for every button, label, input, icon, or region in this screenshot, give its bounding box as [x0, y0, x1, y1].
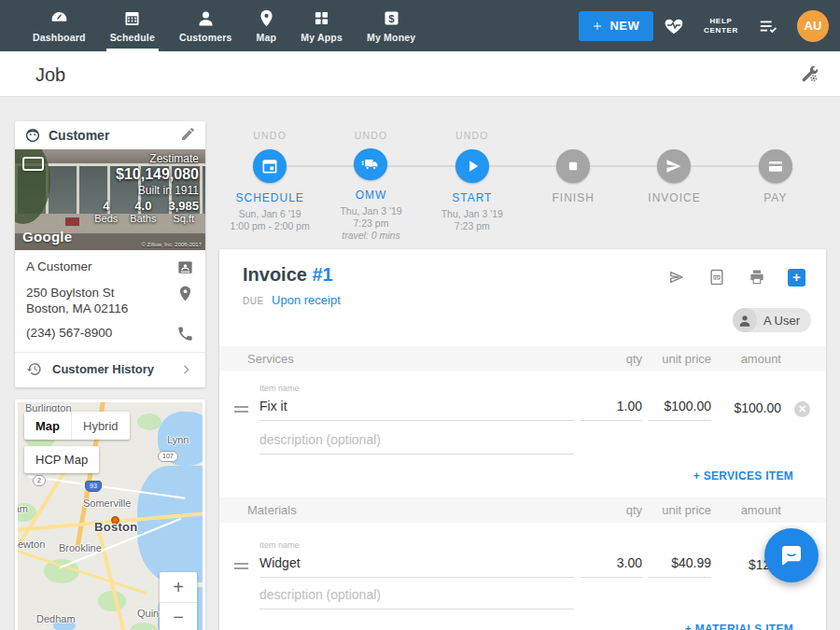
print-icon[interactable] [748, 268, 766, 287]
drag-handle[interactable] [234, 563, 248, 572]
step-label: SCHEDULE [235, 191, 303, 204]
map-town-dedham: Dedham [36, 613, 76, 624]
undo-omw-button[interactable]: UNDO [355, 130, 388, 148]
photo-accent [65, 217, 79, 226]
nav-item-my-money[interactable]: $ My Money [355, 0, 427, 51]
chat-widget-button[interactable] [764, 528, 819, 582]
map-type-hybrid-button[interactable]: Hybrid [71, 412, 130, 440]
nav-label: Dashboard [33, 32, 86, 43]
baths-label: Baths [130, 213, 156, 224]
nav-item-my-apps[interactable]: My Apps [288, 0, 355, 51]
nav-item-map[interactable]: Map [245, 0, 289, 51]
job-settings-button[interactable] [799, 63, 819, 88]
zoom-out-button[interactable]: − [160, 602, 197, 630]
help-center-button[interactable]: HELP CENTER [704, 17, 738, 35]
map-type-map-button[interactable]: Map [24, 412, 71, 440]
nav-item-schedule[interactable]: Schedule [98, 0, 167, 51]
material-item-name-input[interactable] [259, 555, 574, 578]
customer-phone: (234) 567-8900 [26, 325, 112, 341]
add-materials-item-link[interactable]: + MATERIALS ITEM [685, 623, 793, 630]
zestimate-label: Zestimate [94, 152, 199, 165]
map-type-control: Map Hybrid [24, 412, 130, 440]
materials-section-header: Materials qty unit price amount [219, 497, 826, 523]
due-value-link[interactable]: Upon receipt [272, 293, 341, 307]
health-heart-button[interactable] [664, 16, 684, 36]
phone-icon[interactable] [176, 325, 194, 343]
app-root: Dashboard Schedule Customers Map My Apps… [0, 0, 840, 630]
chat-bubble-icon [777, 541, 805, 569]
service-unit-price-input[interactable] [648, 399, 711, 421]
map-zoom-control: + − [160, 572, 197, 630]
property-street-view-photo[interactable]: Zestimate $10,149,080 Built in 1911 4Bed… [15, 149, 205, 250]
customer-history-row[interactable]: Customer History [15, 353, 205, 385]
nav-item-customers[interactable]: Customers [167, 0, 245, 51]
step-finish: FINISH [523, 122, 623, 242]
material-unit-price-input[interactable] [648, 555, 711, 578]
street-view-pan-icon[interactable] [22, 157, 44, 171]
help-center-line2: CENTER [704, 26, 738, 35]
step-label: PAY [763, 191, 787, 204]
undo-schedule-button[interactable]: UNDO [253, 130, 287, 149]
tasks-button[interactable] [758, 16, 778, 36]
hcp-map-button[interactable]: HCP Map [24, 446, 99, 473]
undo-start-button[interactable]: UNDO [455, 130, 489, 149]
customer-phone-row: (234) 567-8900 [15, 325, 205, 343]
location-pin-icon[interactable] [176, 285, 194, 302]
service-item-name-input[interactable] [259, 399, 574, 421]
add-services-item-link[interactable]: + SERVICES ITEM [693, 469, 793, 483]
step-invoice-circle[interactable] [657, 149, 691, 183]
edit-customer-button[interactable] [180, 126, 196, 146]
chevron-right-icon [179, 362, 194, 377]
nav-label: My Money [367, 32, 415, 43]
beds-label: Beds [94, 213, 118, 224]
service-description-input[interactable] [259, 432, 574, 455]
map-town-newton: Newton [18, 539, 45, 550]
zestimate-value: $10,149,080 [94, 166, 199, 183]
send-invoice-icon[interactable] [667, 268, 686, 287]
page-title: Job [35, 64, 65, 86]
step-schedule-circle[interactable] [253, 149, 287, 183]
money-icon: $ [382, 8, 401, 28]
contact-card-icon[interactable] [176, 259, 194, 276]
route-2-shield: 2 [33, 475, 46, 486]
nav-label: Customers [179, 32, 232, 43]
service-qty-input[interactable] [581, 399, 642, 421]
customer-details: A Customer 250 Boylston StBoston, MA 021… [15, 250, 205, 385]
google-map[interactable]: Burlington Lynn 107 2 93 Somerville Walt… [18, 402, 203, 630]
pdf-icon[interactable]: PDF [707, 268, 726, 287]
invoice-title: Invoice #1 [243, 264, 333, 286]
zoom-in-button[interactable]: + [160, 572, 197, 602]
drag-handle[interactable] [234, 406, 248, 415]
step-omw-circle[interactable] [354, 148, 387, 180]
material-description-input[interactable] [259, 587, 574, 609]
step-dates: Sun, Jan 6 '19 1:00 pm - 2:00 pm [231, 208, 310, 232]
apps-grid-icon [312, 8, 331, 28]
customer-address-row: 250 Boylston StBoston, MA 02116 [15, 285, 205, 316]
google-logo: Google [22, 229, 72, 245]
step-pay-circle[interactable] [759, 149, 792, 183]
col-amount: amount [741, 352, 781, 366]
built-year: Built in 1911 [94, 184, 199, 197]
map-town-lynn: Lynn [167, 434, 189, 445]
invoice-card: Invoice #1 DUE Upon receipt PDF + A User… [219, 249, 826, 630]
materials-title: Materials [247, 503, 297, 517]
service-amount: $100.00 [734, 400, 781, 415]
services-title: Services [247, 352, 294, 366]
new-button[interactable]: NEW [579, 11, 653, 41]
material-qty-input[interactable] [581, 555, 642, 578]
remove-service-item-button[interactable]: ✕ [794, 401, 810, 417]
zillow-attribution: © Zillow, Inc. 2006-2017 [142, 242, 202, 247]
step-label: FINISH [552, 191, 594, 204]
assignee-chip[interactable]: A User [733, 308, 811, 332]
step-finish-circle[interactable] [556, 149, 590, 183]
checklist-icon [758, 16, 778, 36]
baths-value: 4.0 [130, 199, 156, 213]
step-start-circle[interactable] [455, 149, 489, 183]
calendar-icon [260, 157, 279, 175]
user-avatar[interactable]: AU [797, 10, 829, 42]
zestimate-overlay: Zestimate $10,149,080 Built in 1911 4Bed… [94, 152, 199, 224]
add-invoice-button[interactable]: + [788, 269, 805, 287]
nav-item-dashboard[interactable]: Dashboard [21, 0, 98, 51]
services-section-header: Services qty unit price amount [219, 346, 826, 371]
page-header: Job [0, 51, 840, 97]
